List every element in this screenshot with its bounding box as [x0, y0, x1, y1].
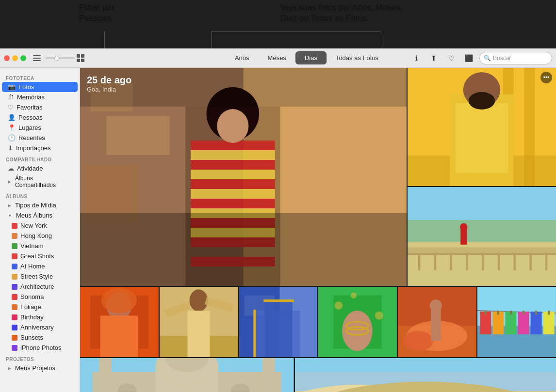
recentes-icon: 🕐 — [8, 134, 16, 141]
toolbar-right: ℹ ⬆ ♡ ⬛ 🔍 Buscar — [409, 51, 552, 65]
row-top: 25 de ago Goa, India — [80, 68, 556, 286]
hong-kong-color-icon — [12, 233, 17, 239]
iphone-photos-color-icon — [12, 345, 17, 351]
svg-rect-94 — [510, 311, 512, 314]
export-button[interactable]: ⬛ — [462, 51, 475, 65]
sidebar-item-street-style[interactable]: Street Style — [2, 271, 78, 282]
svg-rect-46 — [545, 254, 547, 270]
callout-area: Filtrar por Pessoas. Veja suas fotos por… — [0, 0, 556, 48]
svg-rect-43 — [498, 254, 500, 270]
minimize-button[interactable] — [12, 55, 18, 61]
sidebar-item-albuns-compartilhados[interactable]: ▶ Álbuns Compartilhados — [2, 173, 78, 190]
callout-bracket-top — [211, 31, 381, 32]
sidebar-item-vietnam[interactable]: Vietnam — [2, 241, 78, 251]
sidebar-item-hong-kong[interactable]: Hong Kong — [2, 231, 78, 241]
photo-laundry[interactable] — [477, 287, 556, 357]
search-box[interactable]: 🔍 Buscar — [479, 52, 552, 64]
sidebar-item-sonoma[interactable]: Sonoma — [2, 292, 78, 302]
sidebar-item-importacoes[interactable]: ⬇ Importações — [2, 143, 78, 153]
toolbar: Anos Meses Dias Todas as Fotos ℹ ⬆ ♡ ⬛ 🔍… — [0, 48, 556, 68]
photo-mosque[interactable] — [80, 358, 294, 392]
sidebar-item-favoritas[interactable]: ♡ Favoritas — [2, 102, 78, 112]
photo-orange-sari[interactable] — [80, 287, 159, 357]
tab-anos[interactable]: Anos — [226, 51, 259, 64]
search-placeholder: Buscar — [493, 55, 511, 62]
sidebar-item-iphone-photos[interactable]: iPhone Photos — [2, 343, 78, 353]
svg-rect-95 — [523, 311, 524, 314]
close-button[interactable] — [4, 55, 10, 61]
tab-bar: Anos Meses Dias Todas as Fotos — [207, 51, 407, 64]
tab-todas-fotos[interactable]: Todas as Fotos — [327, 51, 388, 64]
sidebar-item-meus-albuns[interactable]: ▼ Meus Álbuns — [2, 210, 78, 220]
photo-india-woman[interactable]: 25 de ago Goa, India — [80, 68, 407, 286]
sidebar-toggle-icon[interactable] — [33, 55, 41, 61]
svg-rect-39 — [434, 254, 436, 270]
sidebar: Fototeca 📷 Fotos ⏱ Memórias ♡ Favoritas … — [0, 68, 80, 392]
sidebar-item-meus-projetos[interactable]: ▶ Meus Projetos — [2, 363, 78, 373]
info-button[interactable]: ℹ — [409, 51, 423, 65]
svg-rect-14 — [191, 150, 275, 160]
favorite-button[interactable]: ♡ — [444, 51, 458, 65]
sidebar-item-foliage[interactable]: Foliage — [2, 302, 78, 312]
tab-meses[interactable]: Meses — [259, 51, 295, 64]
svg-point-35 — [460, 223, 467, 231]
sidebar-item-anniversary[interactable]: Anniversary — [2, 322, 78, 332]
sidebar-item-fotos[interactable]: 📷 Fotos — [2, 82, 78, 92]
sidebar-item-great-shots[interactable]: Great Shots — [2, 251, 78, 261]
sidebar-item-architecture[interactable]: Architecture — [2, 282, 78, 292]
svg-rect-97 — [548, 311, 550, 314]
date-sub: Goa, India — [87, 86, 131, 93]
svg-rect-33 — [408, 220, 556, 242]
svg-rect-42 — [482, 254, 484, 270]
more-button[interactable]: ••• — [540, 72, 552, 83]
share-button[interactable]: ⬆ — [427, 51, 441, 65]
svg-point-73 — [375, 312, 383, 320]
photo-india-courtyard[interactable] — [408, 187, 556, 286]
sidebar-item-pessoas[interactable]: 👤 Pessoas — [2, 112, 78, 123]
tab-dias[interactable]: Dias — [295, 51, 327, 64]
sidebar-item-memorias[interactable]: ⏱ Memórias — [2, 92, 78, 102]
albuns-arrow-icon: ▶ — [8, 179, 11, 184]
svg-rect-87 — [492, 312, 504, 334]
section-compartilhado: Compartilhado — [0, 153, 80, 163]
meus-projetos-arrow-icon: ▶ — [8, 366, 11, 371]
favoritas-icon: ♡ — [8, 104, 14, 111]
sidebar-item-at-home[interactable]: At Home — [2, 261, 78, 271]
great-shots-color-icon — [12, 253, 17, 259]
tipos-midia-arrow-icon: ▶ — [8, 203, 11, 208]
sidebar-item-new-york[interactable]: New York — [2, 220, 78, 231]
svg-rect-44 — [514, 254, 516, 270]
svg-rect-93 — [497, 311, 499, 314]
svg-rect-96 — [535, 311, 537, 314]
zoom-slider[interactable] — [46, 57, 75, 59]
row-last — [80, 358, 556, 392]
photo-dancer[interactable] — [160, 287, 238, 357]
photo-green-sari-hand[interactable] — [318, 287, 397, 357]
svg-rect-28 — [455, 103, 508, 173]
row-bottom — [80, 287, 556, 357]
photo-main[interactable]: 25 de ago Goa, India — [80, 68, 556, 392]
date-header: 25 de ago Goa, India — [87, 75, 131, 93]
content-area: Fototeca 📷 Fotos ⏱ Memórias ♡ Favoritas … — [0, 68, 556, 392]
photo-orange-sand[interactable] — [398, 287, 476, 357]
photo-blue-sari[interactable] — [239, 287, 318, 357]
svg-rect-65 — [253, 310, 256, 357]
svg-rect-26 — [524, 68, 535, 186]
sidebar-item-lugares[interactable]: 📍 Lugares — [2, 123, 78, 133]
photo-india-man[interactable]: ••• — [408, 68, 556, 186]
sidebar-item-atividade[interactable]: ☁ Atividade — [2, 163, 78, 173]
sidebar-item-tipos-midia[interactable]: ▶ Tipos de Mídia — [2, 200, 78, 210]
toolbar-left — [4, 54, 204, 62]
at-home-color-icon — [12, 264, 17, 269]
sidebar-item-birthday[interactable]: Birthday — [2, 312, 78, 322]
svg-rect-89 — [518, 312, 529, 334]
svg-point-51 — [101, 288, 137, 313]
grid-view-icon[interactable] — [77, 54, 84, 62]
sidebar-item-sunsets[interactable]: Sunsets — [2, 332, 78, 343]
sonoma-color-icon — [12, 294, 17, 300]
lugares-icon: 📍 — [8, 124, 16, 131]
maximize-button[interactable] — [20, 55, 26, 61]
svg-rect-40 — [450, 254, 452, 270]
photo-desert-scene[interactable] — [295, 358, 556, 392]
sidebar-item-recentes[interactable]: 🕐 Recentes — [2, 133, 78, 143]
